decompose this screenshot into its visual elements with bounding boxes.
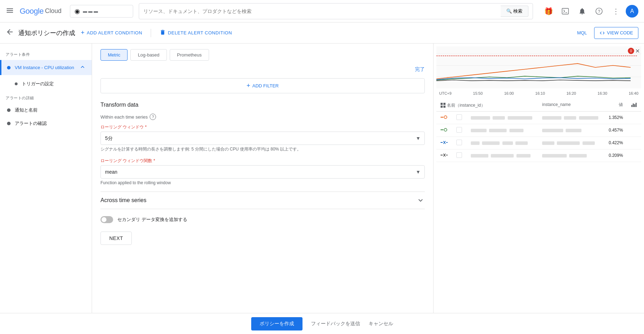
th-instance-name: instance_name bbox=[538, 98, 604, 111]
project-selector[interactable]: ◉ ▬ ▬ ▬ bbox=[70, 5, 133, 18]
time-series-chart bbox=[436, 46, 641, 88]
add-alert-condition-button[interactable]: + ADD ALERT CONDITION bbox=[75, 26, 148, 39]
secondary-transform-toggle[interactable] bbox=[100, 216, 113, 223]
tab-prometheus[interactable]: Prometheus bbox=[170, 49, 209, 61]
rolling-window-label: ローリング ウィンドウ * bbox=[100, 124, 425, 130]
tick-1600: 16:00 bbox=[504, 91, 514, 95]
trigger-label: トリガーの設定 bbox=[22, 81, 86, 87]
svg-rect-3 bbox=[436, 46, 641, 88]
row-color-indicator bbox=[436, 111, 452, 124]
dot-notifications bbox=[7, 108, 11, 112]
tick-1630: 16:30 bbox=[598, 91, 607, 95]
notifications-label: 通知と名前 bbox=[15, 107, 86, 113]
hamburger-icon[interactable] bbox=[6, 6, 14, 16]
subheader: 通知ポリシーの作成 + ADD ALERT CONDITION DELETE A… bbox=[0, 22, 644, 44]
row-bars-2 bbox=[627, 124, 641, 136]
search-bar[interactable]: 🔍 検索 bbox=[139, 3, 533, 19]
th-name: 名前（instance_id） bbox=[436, 98, 538, 111]
across-series-title: Across time series bbox=[100, 197, 147, 203]
th-value: 値 bbox=[604, 98, 627, 111]
row-checkbox-3[interactable] bbox=[452, 136, 467, 149]
tick-1620: 16:20 bbox=[566, 91, 576, 95]
chart-panel: ✕ 0 UTC+9 15:50 16:00 16:10 16:20 16:30 … bbox=[433, 44, 644, 313]
subheader-right: MQL VIEW CODE bbox=[573, 27, 638, 39]
utc-label: UTC+9 bbox=[439, 91, 451, 95]
help-within-series-icon[interactable]: ? bbox=[150, 114, 156, 120]
tab-row: Metric Log-based Prometheus bbox=[100, 49, 425, 61]
sidebar-item-trigger[interactable]: トリガーの設定 bbox=[15, 78, 86, 90]
page-title: 通知ポリシーの作成 bbox=[18, 29, 75, 37]
row-value-4: 0.209% bbox=[604, 149, 627, 162]
within-series-label: Within each time series ? bbox=[100, 114, 425, 120]
terminal-icon[interactable] bbox=[558, 4, 572, 18]
row-checkbox-2[interactable] bbox=[452, 124, 467, 136]
row-color-indicator-4 bbox=[436, 149, 452, 162]
rolling-window-hint: シグナルを計算する時間の長さを調整します例: 5 分間にした場合の CPU 使用… bbox=[100, 146, 425, 152]
row-instance-name-blurred bbox=[538, 111, 604, 124]
mql-button[interactable]: MQL bbox=[573, 27, 591, 38]
sidebar-item-review[interactable]: アラートの確認 bbox=[0, 117, 92, 130]
row-name-blurred-3 bbox=[467, 136, 538, 149]
row-value-2: 0.457% bbox=[604, 124, 627, 136]
row-color-indicator-3 bbox=[436, 136, 452, 149]
gift-icon[interactable]: 🎁 bbox=[541, 4, 555, 18]
tick-1550: 15:50 bbox=[473, 91, 483, 95]
secondary-toggle-label: セカンダリ データ変換を追加する bbox=[117, 216, 187, 223]
help-icon[interactable]: ? bbox=[592, 4, 606, 18]
rolling-window-select[interactable]: 1分 2分 5分 10分 15分 30分 1時間 bbox=[100, 132, 425, 145]
row-name-blurred-4 bbox=[467, 149, 538, 162]
row-value-3: 0.422% bbox=[604, 136, 627, 149]
rolling-function-select[interactable]: mean max min sum count stddev bbox=[100, 165, 425, 179]
sidebar: アラート条件 VM Instance - CPU utilization トリガ… bbox=[0, 44, 92, 313]
sidebar-section-alert-details: アラートの詳細 bbox=[0, 93, 92, 103]
table-row: 0.422% bbox=[436, 136, 641, 149]
sub-dot bbox=[15, 82, 18, 85]
chevron-down-icon bbox=[416, 196, 425, 205]
svg-point-9 bbox=[444, 116, 447, 119]
search-button[interactable]: 🔍 検索 bbox=[501, 6, 528, 17]
avatar[interactable]: A bbox=[626, 5, 638, 18]
tab-metric[interactable]: Metric bbox=[100, 49, 128, 61]
trash-icon bbox=[160, 29, 166, 36]
rolling-function-select-wrapper: mean max min sum count stddev ▼ bbox=[100, 165, 425, 179]
done-link[interactable]: 完了 bbox=[100, 66, 425, 73]
close-chart-button[interactable]: ✕ bbox=[635, 48, 640, 54]
row-color-indicator-2 bbox=[436, 124, 452, 136]
table-header-row: 名前（instance_id） instance_name 値 bbox=[436, 98, 641, 111]
add-filter-button[interactable]: + ADD FILTER bbox=[100, 78, 425, 93]
transform-section-title: Transform data bbox=[100, 102, 425, 108]
grid-icon bbox=[441, 103, 445, 108]
data-table: 名前（instance_id） instance_name 値 bbox=[436, 98, 641, 162]
back-button[interactable] bbox=[6, 28, 14, 38]
tab-logbased[interactable]: Log-based bbox=[130, 49, 167, 61]
row-bars-1 bbox=[627, 111, 641, 124]
dots-icon[interactable]: ⋮ bbox=[609, 4, 623, 18]
time-axis: UTC+9 15:50 16:00 16:10 16:20 16:30 16:4… bbox=[436, 91, 641, 98]
row-instance-name-blurred-3 bbox=[538, 136, 604, 149]
row-bars-3 bbox=[627, 136, 641, 149]
across-time-series-collapsible[interactable]: Across time series bbox=[100, 192, 425, 209]
dot-review bbox=[7, 122, 11, 125]
row-name-blurred-2 bbox=[467, 124, 538, 136]
bell-icon[interactable] bbox=[575, 4, 589, 18]
row-name-blurred bbox=[467, 111, 538, 124]
topnav-icons: 🎁 ? ⋮ A bbox=[541, 4, 638, 18]
google-cloud-logo: Google Cloud bbox=[20, 7, 61, 16]
th-bars bbox=[627, 98, 641, 111]
sidebar-vm-label: VM Instance - CPU utilization bbox=[15, 65, 79, 70]
expand-icon bbox=[79, 64, 86, 72]
row-checkbox[interactable] bbox=[452, 111, 467, 124]
delete-alert-condition-button[interactable]: DELETE ALERT CONDITION bbox=[154, 26, 238, 39]
next-button[interactable]: NEXT bbox=[100, 232, 132, 245]
row-instance-name-blurred-2 bbox=[538, 124, 604, 136]
rolling-function-field: ローリング ウィンドウ関数 * mean max min sum count s… bbox=[100, 158, 425, 186]
search-input[interactable] bbox=[143, 8, 501, 14]
row-checkbox-4[interactable] bbox=[452, 149, 467, 162]
sidebar-sub-trigger: トリガーの設定 bbox=[0, 75, 92, 93]
review-label: アラートの確認 bbox=[15, 120, 86, 127]
plus-icon: + bbox=[81, 29, 85, 36]
sidebar-item-notifications[interactable]: 通知と名前 bbox=[0, 103, 92, 117]
sidebar-item-vm-instance[interactable]: VM Instance - CPU utilization bbox=[0, 60, 92, 75]
plus-filter-icon: + bbox=[247, 82, 251, 89]
view-code-button[interactable]: VIEW CODE bbox=[594, 27, 638, 39]
